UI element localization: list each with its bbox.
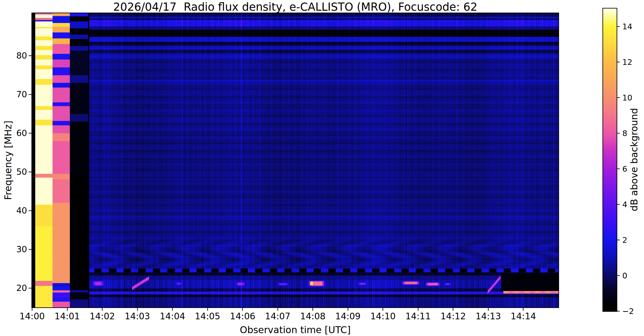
colorbar-tick-label: 2 xyxy=(622,235,627,244)
spectrogram-canvas xyxy=(32,13,558,307)
x-tick-label: 14:03 xyxy=(125,311,150,322)
x-tick-label: 14:10 xyxy=(370,311,396,322)
x-tick-label: 14:07 xyxy=(265,311,290,322)
y-tick-mark xyxy=(29,94,31,95)
y-tick-label: 60 xyxy=(16,128,27,138)
x-tick-mark xyxy=(383,308,383,311)
x-tick-label: 14:09 xyxy=(335,311,361,322)
colorbar-label: dB above background xyxy=(629,108,640,211)
x-tick-mark xyxy=(523,308,524,311)
colorbar-tick-mark xyxy=(617,311,620,311)
x-tick-mark xyxy=(102,308,103,311)
y-tick-label: 50 xyxy=(16,167,27,177)
x-tick-label: 14:01 xyxy=(54,311,80,322)
colorbar-tick-label: 0 xyxy=(622,271,627,280)
x-tick-label: 14:06 xyxy=(230,311,255,322)
x-tick-label: 14:02 xyxy=(90,311,115,322)
colorbar-tick-mark xyxy=(617,133,620,134)
x-tick-label: 14:11 xyxy=(406,311,431,322)
colorbar-tick-label: 4 xyxy=(622,200,627,209)
x-tick-mark xyxy=(348,308,348,311)
y-tick-mark xyxy=(29,172,31,172)
x-tick-mark xyxy=(67,308,68,311)
colorbar-tick-label: 12 xyxy=(622,57,632,66)
colorbar-tick-mark xyxy=(617,97,620,98)
x-tick-mark xyxy=(137,308,138,311)
x-tick-mark xyxy=(242,308,243,311)
x-tick-label: 14:14 xyxy=(511,311,536,322)
x-tick-label: 14:05 xyxy=(195,311,220,322)
colorbar-tick-mark xyxy=(617,240,620,240)
x-tick-mark xyxy=(453,308,453,311)
x-tick-mark xyxy=(32,308,32,311)
x-tick-label: 14:04 xyxy=(160,311,185,322)
colorbar-tick-mark xyxy=(617,275,620,276)
chart-title: 2026/04/17 Radio flux density, e-CALLIST… xyxy=(32,1,558,13)
y-axis-label: Frequency [MHz] xyxy=(3,121,14,200)
colorbar-tick-label: −2 xyxy=(622,307,634,316)
plot-area xyxy=(31,13,559,308)
y-tick-label: 20 xyxy=(16,283,27,293)
x-tick-mark xyxy=(172,308,173,311)
x-tick-label: 14:08 xyxy=(300,311,326,322)
x-tick-mark xyxy=(207,308,208,311)
x-axis-label: Observation time [UTC] xyxy=(32,324,558,335)
y-tick-label: 80 xyxy=(16,51,27,60)
colorbar-tick-mark xyxy=(617,168,620,169)
colorbar-tick-label: 8 xyxy=(622,128,627,138)
y-tick-label: 40 xyxy=(16,206,27,215)
x-tick-mark xyxy=(277,308,278,311)
y-tick-mark xyxy=(29,288,31,288)
x-tick-label: 14:12 xyxy=(440,311,466,322)
y-tick-label: 70 xyxy=(16,89,27,99)
colorbar-tick-mark xyxy=(617,62,620,62)
x-tick-label: 14:00 xyxy=(20,311,45,322)
y-tick-mark xyxy=(29,55,31,56)
y-tick-mark xyxy=(29,210,31,211)
colorbar-tick-mark xyxy=(617,204,620,205)
colorbar-tick-label: 6 xyxy=(622,164,627,173)
colorbar xyxy=(602,8,617,312)
x-tick-mark xyxy=(418,308,418,311)
y-tick-label: 30 xyxy=(16,244,27,254)
y-tick-mark xyxy=(29,249,31,250)
y-tick-mark xyxy=(29,133,31,134)
colorbar-tick-label: 14 xyxy=(622,22,632,31)
colorbar-tick-mark xyxy=(617,26,620,27)
colorbar-tick-label: 10 xyxy=(622,93,632,102)
x-tick-label: 14:13 xyxy=(476,311,501,322)
figure: 2026/04/17 Radio flux density, e-CALLIST… xyxy=(0,0,644,336)
x-tick-mark xyxy=(488,308,489,311)
x-tick-mark xyxy=(312,308,313,311)
